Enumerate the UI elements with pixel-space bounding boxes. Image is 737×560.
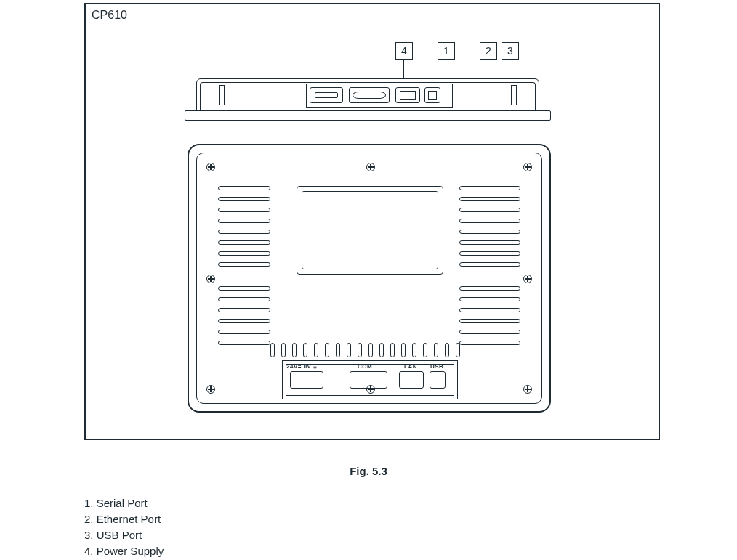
vent-slot [390,343,395,357]
screw-icon [523,163,532,171]
vent-slot [218,251,270,256]
legend-item: 2Ethernet Port [84,511,164,527]
vent-slot [218,319,270,323]
page: CP610 4 1 2 3 [0,0,737,560]
legend-text: Power Supply [97,545,164,557]
model-label: CP610 [92,9,127,22]
vent-slot [218,297,270,301]
shelf-usb-port-icon [430,371,446,389]
top-notch [219,85,225,105]
vent-slot [459,186,520,190]
vent-slot [459,297,520,301]
drawing-frame: CP610 4 1 2 3 [84,3,660,440]
shelf-serial-port-icon [350,371,387,389]
vent-slot [423,343,427,357]
screw-icon [206,385,215,394]
ethernet-port-icon [395,87,420,103]
screw-icon [206,163,215,171]
vent-slot [459,251,520,256]
vent-slot [218,186,270,190]
vent-slot [434,343,438,357]
legend: 1Serial Port 2Ethernet Port 3USB Port 4P… [84,495,164,559]
vent-slot [459,262,520,267]
legend-text: Serial Port [97,497,148,509]
vent-slot [218,286,270,291]
recessed-panel-inner [302,191,438,269]
vent-slot [336,343,340,357]
vent-slot [325,343,329,357]
screw-icon [523,385,532,394]
vent-slot [314,343,318,357]
vent-group [218,186,270,267]
vent-slot [218,197,270,201]
vent-slot [459,240,520,245]
serial-port-icon [349,87,390,103]
vent-slot [218,330,270,334]
legend-text: Ethernet Port [97,513,161,525]
vent-slot [456,343,460,357]
vent-slot [412,343,416,357]
device-top-view [185,76,551,121]
vent-group [218,286,270,345]
vent-slot [270,343,275,357]
screw-icon [523,275,532,283]
callout-serial: 1 [438,42,455,60]
vent-slot [218,230,270,234]
vent-slot [368,343,373,357]
callout-power: 4 [395,42,413,60]
power-port-icon [310,87,343,103]
vent-slot [218,262,270,267]
shelf-lan-port-icon [399,371,424,389]
vent-slot [401,343,406,357]
callout-usb: 3 [502,42,519,60]
vent-slot [218,208,270,212]
recessed-panel [297,186,443,275]
vent-slot [459,219,520,223]
vent-group [459,186,520,267]
port-tray [306,84,453,108]
vent-slot [459,197,520,201]
figure-caption: Fig. 5.3 [0,465,737,477]
vent-slot [459,286,520,291]
legend-number: 4 [84,545,97,557]
top-base [185,110,551,121]
vent-slot [459,208,520,212]
vent-slot [459,230,520,234]
legend-number: 1 [84,497,97,509]
vent-slot [459,308,520,312]
legend-text: USB Port [97,529,142,541]
legend-item: 4Power Supply [84,543,164,559]
vent-slot [347,343,351,357]
legend-number: 3 [84,529,97,541]
legend-item: 3USB Port [84,527,164,543]
vent-slot [379,343,384,357]
device-rear-view: 24V= 0V ⏚ COM LAN USB [188,144,551,413]
vent-slot [218,308,270,312]
vent-slot [445,343,449,357]
screw-icon [206,275,215,283]
vent-slot [218,240,270,245]
vent-slot [303,343,307,357]
vent-slot [459,319,520,323]
vent-slot [281,343,286,357]
callout-ethernet: 2 [480,42,497,60]
vent-slot [459,341,520,345]
usb-port-icon [424,87,440,103]
rear-port-shelf [282,360,458,399]
vent-slot [292,343,297,357]
screw-icon [366,163,375,171]
vent-slot [218,341,270,345]
vent-slot [358,343,362,357]
top-notch [511,85,517,105]
vent-slot [459,330,520,334]
top-body [196,78,539,110]
shelf-power-port-icon [290,371,323,389]
legend-number: 2 [84,513,97,525]
legend-item: 1Serial Port [84,495,164,511]
vent-slot [218,219,270,223]
vent-group [459,286,520,345]
vent-group [270,343,460,357]
